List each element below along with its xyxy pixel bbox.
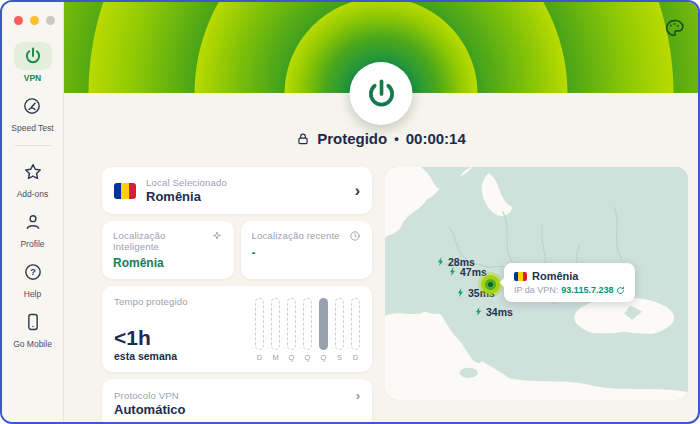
question-icon: ? — [14, 258, 52, 286]
chart-day-label: Q — [321, 353, 327, 362]
chart-day-label: Q — [305, 353, 311, 362]
sidebar-item-vpn[interactable]: VPN — [14, 42, 52, 83]
vpn-protocol-card[interactable]: Protocolo VPN › Automático — [102, 379, 372, 424]
power-button[interactable] — [350, 62, 413, 125]
chart-day-label: Q — [289, 353, 295, 362]
close-window-button[interactable] — [14, 16, 23, 25]
sidebar-item-go-mobile[interactable]: Go Mobile — [13, 308, 52, 349]
protected-time-chart: D M Q Q Q S D — [255, 296, 360, 362]
chart-bar — [351, 298, 360, 350]
chart-day-label: S — [337, 353, 342, 362]
protected-time-subtitle: esta semana — [114, 350, 188, 362]
lightning-icon — [473, 305, 484, 318]
sparkle-icon — [211, 230, 223, 242]
recent-location-value: - — [252, 246, 362, 260]
tooltip-ip-value: 93.115.7.238 — [561, 285, 613, 295]
lightning-icon — [435, 255, 446, 268]
traffic-lights — [2, 2, 63, 33]
tooltip-country: Romênia — [532, 270, 578, 282]
sidebar: VPN Speed Test Add-ons Profile ? He — [2, 2, 64, 422]
connected-location-dot[interactable] — [481, 275, 500, 294]
sidebar-item-add-ons[interactable]: Add-ons — [14, 158, 52, 199]
speedometer-icon — [13, 92, 51, 120]
selected-location-label: Local Selecionado — [146, 177, 227, 188]
user-icon — [14, 208, 52, 236]
smart-location-value: Romênia — [113, 256, 223, 270]
chevron-right-icon: › — [356, 389, 360, 402]
protected-time-label: Tempo protegido — [114, 296, 188, 307]
chart-bar — [271, 298, 280, 350]
protected-time-card: Tempo protegido <1h esta semana D M Q Q … — [102, 286, 372, 372]
lightning-icon — [447, 265, 458, 278]
sidebar-item-label: Help — [24, 289, 41, 299]
sidebar-item-label: Speed Test — [11, 123, 53, 133]
sidebar-item-speed-test[interactable]: Speed Test — [11, 92, 53, 133]
ping-latency: 47ms — [460, 266, 487, 278]
recent-location-label: Localização recente — [252, 230, 340, 241]
location-shortcuts-row: Localização Inteligente Romênia Localiza… — [102, 221, 372, 279]
sidebar-item-label: Add-ons — [17, 189, 49, 199]
lightning-icon — [455, 286, 466, 299]
smart-location-card[interactable]: Localização Inteligente Romênia — [102, 221, 234, 279]
smart-location-label: Localização Inteligente — [113, 230, 207, 252]
selected-location-value: Romênia — [146, 189, 227, 204]
vpn-protocol-value: Automático — [114, 402, 360, 419]
minimize-window-button[interactable] — [30, 16, 39, 25]
sidebar-item-profile[interactable]: Profile — [14, 208, 52, 249]
vpn-protocol-label: Protocolo VPN — [114, 390, 179, 401]
chevron-right-icon: › — [355, 183, 360, 199]
chart-day-label: D — [353, 353, 358, 362]
sidebar-item-help[interactable]: ? Help — [14, 258, 52, 299]
sidebar-divider — [15, 145, 51, 146]
power-icon — [14, 42, 52, 70]
map-card[interactable]: 28ms 47ms 35ms 34ms — [385, 167, 688, 400]
chart-bar-active — [319, 298, 328, 350]
chart-bar — [287, 298, 296, 350]
ping-marker: 34ms — [473, 305, 513, 318]
recent-location-card[interactable]: Localização recente - — [241, 221, 373, 279]
sidebar-item-label: Profile — [20, 239, 44, 249]
protected-time-value: <1h — [114, 327, 188, 348]
selected-location-card[interactable]: Local Selecionado Romênia › — [102, 167, 372, 214]
sidebar-item-label: VPN — [24, 73, 41, 83]
star-icon — [14, 158, 52, 186]
lock-icon — [296, 132, 310, 146]
connection-status: Protegido • 00:00:14 — [64, 130, 698, 147]
connection-tooltip: Romênia IP da VPN: 93.115.7.238 — [504, 263, 635, 302]
status-timer: 00:00:14 — [406, 130, 466, 147]
phone-icon — [14, 308, 52, 336]
ping-marker: 47ms — [447, 265, 487, 278]
main-area: Protegido • 00:00:14 Local Selecionado R… — [64, 2, 698, 422]
ping-latency: 34ms — [486, 306, 513, 318]
chart-bar — [255, 298, 264, 350]
power-icon — [364, 77, 398, 111]
chart-bar — [335, 298, 344, 350]
status-separator: • — [394, 131, 399, 146]
svg-text:?: ? — [30, 267, 36, 277]
chart-bar — [303, 298, 312, 350]
refresh-icon[interactable] — [616, 286, 625, 295]
romania-flag-icon — [514, 272, 527, 281]
app-window: VPN Speed Test Add-ons Profile ? He — [0, 0, 700, 424]
zoom-window-button[interactable] — [46, 16, 55, 25]
content: Local Selecionado Romênia › Localização … — [64, 147, 698, 422]
chart-day-label: M — [272, 353, 278, 362]
chart-day-label: D — [257, 353, 262, 362]
tooltip-ip-label: IP da VPN: — [514, 285, 558, 295]
romania-flag-icon — [114, 183, 136, 199]
clock-icon — [349, 230, 361, 242]
left-column: Local Selecionado Romênia › Localização … — [102, 167, 372, 400]
palette-icon[interactable] — [663, 17, 685, 39]
sidebar-item-label: Go Mobile — [13, 339, 52, 349]
status-label: Protegido — [317, 130, 387, 147]
